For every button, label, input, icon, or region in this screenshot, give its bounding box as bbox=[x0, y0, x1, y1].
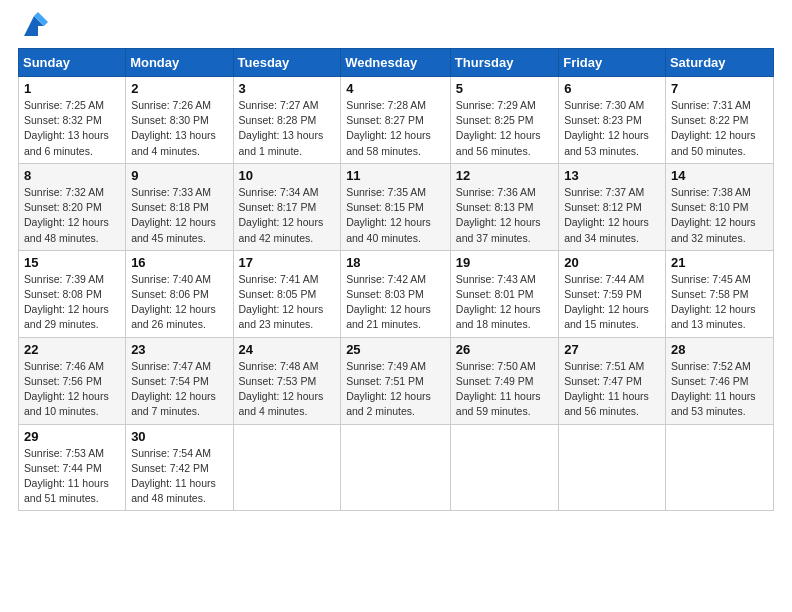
header bbox=[18, 10, 774, 40]
day-number: 29 bbox=[24, 429, 120, 444]
calendar-cell: 9Sunrise: 7:33 AMSunset: 8:18 PMDaylight… bbox=[126, 163, 233, 250]
calendar-cell: 3Sunrise: 7:27 AMSunset: 8:28 PMDaylight… bbox=[233, 77, 341, 164]
logo bbox=[18, 16, 48, 40]
day-info: Sunrise: 7:26 AMSunset: 8:30 PMDaylight:… bbox=[131, 99, 216, 157]
day-info: Sunrise: 7:51 AMSunset: 7:47 PMDaylight:… bbox=[564, 360, 649, 418]
calendar-cell: 19Sunrise: 7:43 AMSunset: 8:01 PMDayligh… bbox=[450, 250, 558, 337]
calendar-page: Sunday Monday Tuesday Wednesday Thursday… bbox=[0, 0, 792, 529]
day-info: Sunrise: 7:25 AMSunset: 8:32 PMDaylight:… bbox=[24, 99, 109, 157]
day-info: Sunrise: 7:40 AMSunset: 8:06 PMDaylight:… bbox=[131, 273, 216, 331]
calendar-cell: 10Sunrise: 7:34 AMSunset: 8:17 PMDayligh… bbox=[233, 163, 341, 250]
day-info: Sunrise: 7:45 AMSunset: 7:58 PMDaylight:… bbox=[671, 273, 756, 331]
day-number: 30 bbox=[131, 429, 227, 444]
calendar-cell: 24Sunrise: 7:48 AMSunset: 7:53 PMDayligh… bbox=[233, 337, 341, 424]
day-info: Sunrise: 7:42 AMSunset: 8:03 PMDaylight:… bbox=[346, 273, 431, 331]
day-info: Sunrise: 7:41 AMSunset: 8:05 PMDaylight:… bbox=[239, 273, 324, 331]
calendar-cell: 29Sunrise: 7:53 AMSunset: 7:44 PMDayligh… bbox=[19, 424, 126, 511]
header-friday: Friday bbox=[559, 49, 666, 77]
day-number: 21 bbox=[671, 255, 768, 270]
calendar-cell bbox=[450, 424, 558, 511]
calendar-cell: 14Sunrise: 7:38 AMSunset: 8:10 PMDayligh… bbox=[665, 163, 773, 250]
day-info: Sunrise: 7:36 AMSunset: 8:13 PMDaylight:… bbox=[456, 186, 541, 244]
day-info: Sunrise: 7:47 AMSunset: 7:54 PMDaylight:… bbox=[131, 360, 216, 418]
day-number: 18 bbox=[346, 255, 445, 270]
calendar-cell: 18Sunrise: 7:42 AMSunset: 8:03 PMDayligh… bbox=[341, 250, 451, 337]
calendar-cell: 20Sunrise: 7:44 AMSunset: 7:59 PMDayligh… bbox=[559, 250, 666, 337]
day-number: 1 bbox=[24, 81, 120, 96]
day-info: Sunrise: 7:38 AMSunset: 8:10 PMDaylight:… bbox=[671, 186, 756, 244]
day-number: 9 bbox=[131, 168, 227, 183]
calendar-cell: 27Sunrise: 7:51 AMSunset: 7:47 PMDayligh… bbox=[559, 337, 666, 424]
calendar-cell: 4Sunrise: 7:28 AMSunset: 8:27 PMDaylight… bbox=[341, 77, 451, 164]
day-number: 6 bbox=[564, 81, 660, 96]
day-number: 25 bbox=[346, 342, 445, 357]
calendar-cell: 22Sunrise: 7:46 AMSunset: 7:56 PMDayligh… bbox=[19, 337, 126, 424]
day-info: Sunrise: 7:29 AMSunset: 8:25 PMDaylight:… bbox=[456, 99, 541, 157]
calendar-cell: 26Sunrise: 7:50 AMSunset: 7:49 PMDayligh… bbox=[450, 337, 558, 424]
calendar-cell: 30Sunrise: 7:54 AMSunset: 7:42 PMDayligh… bbox=[126, 424, 233, 511]
day-info: Sunrise: 7:54 AMSunset: 7:42 PMDaylight:… bbox=[131, 447, 216, 505]
calendar-cell bbox=[341, 424, 451, 511]
day-info: Sunrise: 7:48 AMSunset: 7:53 PMDaylight:… bbox=[239, 360, 324, 418]
calendar-week-row: 8Sunrise: 7:32 AMSunset: 8:20 PMDaylight… bbox=[19, 163, 774, 250]
day-info: Sunrise: 7:30 AMSunset: 8:23 PMDaylight:… bbox=[564, 99, 649, 157]
day-number: 3 bbox=[239, 81, 336, 96]
calendar-cell: 6Sunrise: 7:30 AMSunset: 8:23 PMDaylight… bbox=[559, 77, 666, 164]
day-info: Sunrise: 7:52 AMSunset: 7:46 PMDaylight:… bbox=[671, 360, 756, 418]
header-monday: Monday bbox=[126, 49, 233, 77]
day-info: Sunrise: 7:46 AMSunset: 7:56 PMDaylight:… bbox=[24, 360, 109, 418]
day-info: Sunrise: 7:31 AMSunset: 8:22 PMDaylight:… bbox=[671, 99, 756, 157]
calendar-cell: 1Sunrise: 7:25 AMSunset: 8:32 PMDaylight… bbox=[19, 77, 126, 164]
day-info: Sunrise: 7:37 AMSunset: 8:12 PMDaylight:… bbox=[564, 186, 649, 244]
calendar-cell: 13Sunrise: 7:37 AMSunset: 8:12 PMDayligh… bbox=[559, 163, 666, 250]
header-sunday: Sunday bbox=[19, 49, 126, 77]
day-number: 17 bbox=[239, 255, 336, 270]
calendar-cell: 8Sunrise: 7:32 AMSunset: 8:20 PMDaylight… bbox=[19, 163, 126, 250]
day-number: 20 bbox=[564, 255, 660, 270]
calendar-cell: 7Sunrise: 7:31 AMSunset: 8:22 PMDaylight… bbox=[665, 77, 773, 164]
days-header-row: Sunday Monday Tuesday Wednesday Thursday… bbox=[19, 49, 774, 77]
day-number: 14 bbox=[671, 168, 768, 183]
day-number: 11 bbox=[346, 168, 445, 183]
calendar-cell: 15Sunrise: 7:39 AMSunset: 8:08 PMDayligh… bbox=[19, 250, 126, 337]
calendar-cell: 12Sunrise: 7:36 AMSunset: 8:13 PMDayligh… bbox=[450, 163, 558, 250]
day-number: 28 bbox=[671, 342, 768, 357]
calendar-cell: 2Sunrise: 7:26 AMSunset: 8:30 PMDaylight… bbox=[126, 77, 233, 164]
calendar-cell bbox=[233, 424, 341, 511]
calendar-cell: 25Sunrise: 7:49 AMSunset: 7:51 PMDayligh… bbox=[341, 337, 451, 424]
day-number: 5 bbox=[456, 81, 553, 96]
day-info: Sunrise: 7:33 AMSunset: 8:18 PMDaylight:… bbox=[131, 186, 216, 244]
day-info: Sunrise: 7:43 AMSunset: 8:01 PMDaylight:… bbox=[456, 273, 541, 331]
day-number: 12 bbox=[456, 168, 553, 183]
calendar-cell: 21Sunrise: 7:45 AMSunset: 7:58 PMDayligh… bbox=[665, 250, 773, 337]
calendar-cell: 23Sunrise: 7:47 AMSunset: 7:54 PMDayligh… bbox=[126, 337, 233, 424]
day-number: 26 bbox=[456, 342, 553, 357]
day-info: Sunrise: 7:32 AMSunset: 8:20 PMDaylight:… bbox=[24, 186, 109, 244]
day-number: 22 bbox=[24, 342, 120, 357]
day-number: 24 bbox=[239, 342, 336, 357]
day-info: Sunrise: 7:53 AMSunset: 7:44 PMDaylight:… bbox=[24, 447, 109, 505]
day-info: Sunrise: 7:44 AMSunset: 7:59 PMDaylight:… bbox=[564, 273, 649, 331]
day-number: 2 bbox=[131, 81, 227, 96]
logo-icon bbox=[20, 12, 48, 40]
calendar-week-row: 1Sunrise: 7:25 AMSunset: 8:32 PMDaylight… bbox=[19, 77, 774, 164]
day-number: 15 bbox=[24, 255, 120, 270]
day-info: Sunrise: 7:50 AMSunset: 7:49 PMDaylight:… bbox=[456, 360, 541, 418]
calendar-cell: 16Sunrise: 7:40 AMSunset: 8:06 PMDayligh… bbox=[126, 250, 233, 337]
day-info: Sunrise: 7:39 AMSunset: 8:08 PMDaylight:… bbox=[24, 273, 109, 331]
day-info: Sunrise: 7:49 AMSunset: 7:51 PMDaylight:… bbox=[346, 360, 431, 418]
day-number: 16 bbox=[131, 255, 227, 270]
header-wednesday: Wednesday bbox=[341, 49, 451, 77]
calendar-week-row: 15Sunrise: 7:39 AMSunset: 8:08 PMDayligh… bbox=[19, 250, 774, 337]
header-saturday: Saturday bbox=[665, 49, 773, 77]
header-tuesday: Tuesday bbox=[233, 49, 341, 77]
calendar-week-row: 22Sunrise: 7:46 AMSunset: 7:56 PMDayligh… bbox=[19, 337, 774, 424]
day-info: Sunrise: 7:34 AMSunset: 8:17 PMDaylight:… bbox=[239, 186, 324, 244]
day-number: 8 bbox=[24, 168, 120, 183]
day-number: 7 bbox=[671, 81, 768, 96]
day-number: 4 bbox=[346, 81, 445, 96]
header-thursday: Thursday bbox=[450, 49, 558, 77]
day-number: 27 bbox=[564, 342, 660, 357]
day-info: Sunrise: 7:27 AMSunset: 8:28 PMDaylight:… bbox=[239, 99, 324, 157]
day-number: 23 bbox=[131, 342, 227, 357]
